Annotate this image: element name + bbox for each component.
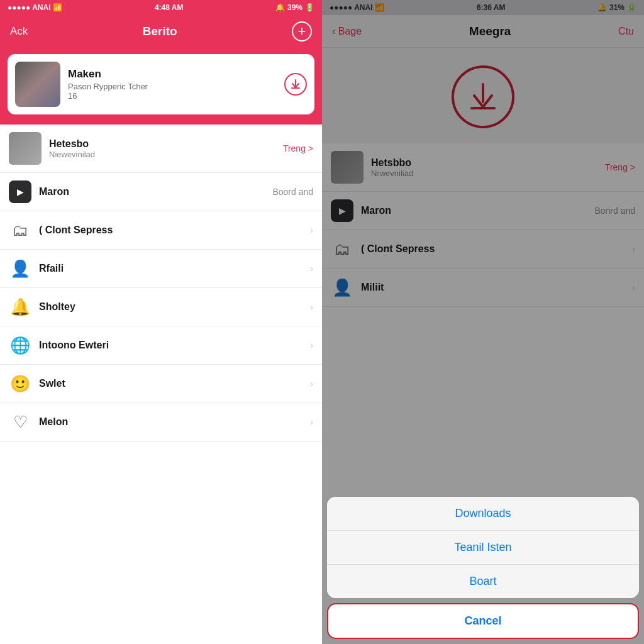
left-featured-thumb bbox=[15, 62, 60, 107]
list-title: ( Clont Sepress bbox=[39, 225, 303, 236]
left-battery-icon: 🔋 bbox=[305, 3, 314, 12]
left-add-button[interactable]: + bbox=[292, 21, 312, 42]
left-nav-bar: Ack Berito + bbox=[0, 15, 322, 48]
list-item[interactable]: 🌐 Intoono Ewteri › bbox=[0, 326, 322, 365]
list-smile-icon: 🙂 bbox=[9, 372, 31, 395]
left-featured-inner[interactable]: Maken Pason Rypperic Tcher 16 bbox=[8, 54, 314, 114]
left-download-button[interactable] bbox=[284, 73, 307, 96]
left-featured-title: Maken bbox=[68, 68, 277, 80]
list-sub: Niewevinilad bbox=[49, 150, 275, 159]
left-carrier: ●●●●● ANAI bbox=[8, 3, 50, 12]
left-volume-icon: 🔔 bbox=[275, 3, 285, 12]
left-featured-thumb-img bbox=[15, 62, 60, 107]
list-title: Intoono Ewteri bbox=[39, 340, 303, 351]
list-text: Maron bbox=[39, 186, 265, 197]
list-title: Sholtey bbox=[39, 301, 303, 313]
list-play-icon: ▶ bbox=[9, 180, 31, 203]
left-battery: 39% bbox=[287, 3, 303, 12]
list-text: Swlet bbox=[39, 378, 303, 389]
left-time: 4:48 AM bbox=[155, 3, 184, 12]
list-title: Rfaili bbox=[39, 263, 303, 274]
action-cancel-button[interactable]: Cancel bbox=[327, 603, 639, 639]
list-text: Hetesbo Niewevinilad bbox=[49, 138, 275, 159]
list-title: Swlet bbox=[39, 378, 303, 389]
left-status-bar: ●●●●● ANAI 📶 4:48 AM 🔔 39% 🔋 bbox=[0, 0, 322, 15]
left-status-right: 🔔 39% 🔋 bbox=[275, 3, 314, 12]
list-item[interactable]: ▶ Maron Boord and bbox=[0, 173, 322, 211]
list-title: Hetesbo bbox=[49, 138, 275, 150]
left-featured-subtitle: Pason Rypperic Tcher bbox=[68, 82, 277, 91]
list-text: ( Clont Sepress bbox=[39, 225, 303, 236]
action-sheet-overlay: Downloads Teanil Isten Boart Cancel bbox=[322, 0, 644, 644]
list-text: Melon bbox=[39, 416, 303, 428]
left-list-section: Hetesbo Niewevinilad Treng > ▶ Maron Boo… bbox=[0, 125, 322, 644]
list-tag: Treng > bbox=[283, 143, 313, 153]
play-icon: ▶ bbox=[17, 187, 24, 197]
list-text: Intoono Ewteri bbox=[39, 340, 303, 351]
list-title: Maron bbox=[39, 186, 265, 197]
left-featured-info: Maken Pason Rypperic Tcher 16 bbox=[68, 68, 277, 101]
left-panel: ●●●●● ANAI 📶 4:48 AM 🔔 39% 🔋 Ack Berito … bbox=[0, 0, 322, 644]
right-panel: ●●●●● ANAI 📶 6:36 AM 🔔 31% 🔋 ‹ Bage Meeg… bbox=[322, 0, 644, 644]
list-desc: Boord and bbox=[272, 187, 313, 197]
action-boart[interactable]: Boart bbox=[327, 564, 639, 598]
list-item[interactable]: 🗂 ( Clont Sepress › bbox=[0, 211, 322, 250]
left-wifi-icon: 📶 bbox=[53, 3, 62, 12]
list-bell-icon: 🔔 bbox=[9, 296, 31, 318]
list-thumb bbox=[9, 132, 42, 165]
action-group: Downloads Teanil Isten Boart bbox=[327, 497, 639, 598]
list-text: Rfaili bbox=[39, 263, 303, 274]
list-person-icon: 👤 bbox=[9, 257, 31, 280]
list-folder-icon: 🗂 bbox=[9, 219, 31, 242]
list-heart-icon: ♡ bbox=[9, 411, 31, 433]
chevron-icon: › bbox=[310, 417, 313, 427]
list-thumb-img bbox=[9, 132, 42, 165]
list-item[interactable]: Hetesbo Niewevinilad Treng > bbox=[0, 125, 322, 173]
list-title: Melon bbox=[39, 416, 303, 428]
list-item[interactable]: 🔔 Sholtey › bbox=[0, 288, 322, 326]
left-nav-title: Berito bbox=[143, 25, 177, 38]
list-item[interactable]: 🙂 Swlet › bbox=[0, 365, 322, 403]
chevron-icon: › bbox=[310, 302, 313, 312]
list-text: Sholtey bbox=[39, 301, 303, 313]
left-nav-back[interactable]: Ack bbox=[10, 25, 28, 38]
list-item[interactable]: 👤 Rfaili › bbox=[0, 250, 322, 288]
chevron-icon: › bbox=[310, 225, 313, 235]
action-downloads[interactable]: Downloads bbox=[327, 497, 639, 530]
left-featured-card: Maken Pason Rypperic Tcher 16 bbox=[0, 48, 322, 125]
left-featured-num: 16 bbox=[68, 91, 277, 101]
chevron-icon: › bbox=[310, 340, 313, 350]
chevron-icon: › bbox=[310, 264, 313, 274]
chevron-icon: › bbox=[310, 379, 313, 389]
list-globe-icon: 🌐 bbox=[9, 334, 31, 357]
list-item[interactable]: ♡ Melon › bbox=[0, 403, 322, 441]
left-status-left: ●●●●● ANAI 📶 bbox=[8, 3, 62, 12]
action-teanil-isten[interactable]: Teanil Isten bbox=[327, 530, 639, 564]
action-sheet: Downloads Teanil Isten Boart Cancel bbox=[327, 497, 639, 639]
